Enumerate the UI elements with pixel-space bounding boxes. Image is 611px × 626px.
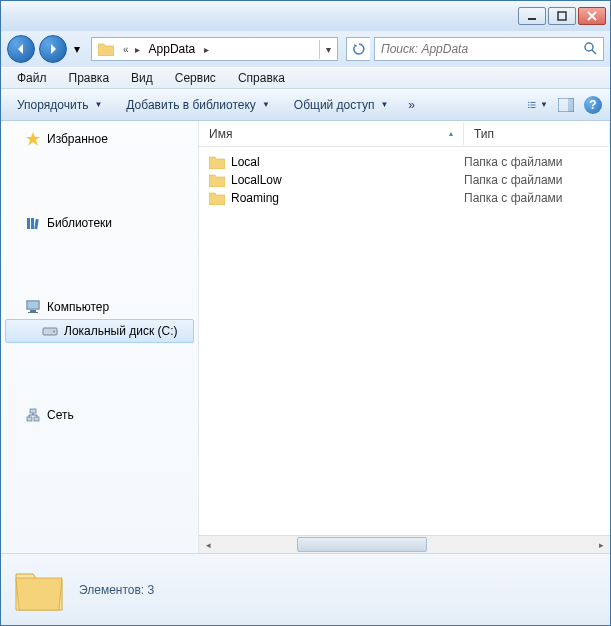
- list-item[interactable]: LocalLow Папка с файлами: [199, 171, 610, 189]
- navigation-bar: ▾ « ▸ AppData ▸ ▾: [1, 31, 610, 67]
- disk-icon: [42, 323, 58, 339]
- svg-rect-22: [30, 409, 36, 413]
- search-box[interactable]: [374, 37, 604, 61]
- horizontal-scrollbar[interactable]: ◂ ▸: [199, 535, 610, 553]
- chevron-right-icon[interactable]: ▸: [132, 44, 143, 55]
- scroll-right-button[interactable]: ▸: [592, 536, 610, 554]
- column-name[interactable]: Имя▴: [199, 123, 464, 145]
- file-name: Local: [231, 155, 260, 169]
- svg-rect-10: [568, 98, 574, 112]
- svg-point-2: [585, 43, 593, 51]
- svg-rect-13: [34, 219, 38, 229]
- svg-rect-12: [31, 218, 34, 229]
- computer-label: Компьютер: [47, 300, 109, 314]
- file-type: Папка с файлами: [464, 155, 600, 169]
- network-group[interactable]: Сеть: [1, 403, 198, 427]
- computer-group[interactable]: Компьютер: [1, 295, 198, 319]
- favorites-group[interactable]: Избранное: [1, 127, 198, 151]
- body: Избранное Библиотеки Компьютер Локальный…: [1, 121, 610, 553]
- folder-icon: [209, 191, 225, 205]
- menu-edit[interactable]: Правка: [59, 69, 120, 87]
- content-pane: Имя▴ Тип Local Папка с файлами LocalLow …: [199, 121, 610, 553]
- svg-rect-15: [28, 302, 38, 308]
- explorer-window: ▾ « ▸ AppData ▸ ▾ Файл Правка Вид Сервис…: [0, 0, 611, 626]
- search-input[interactable]: [381, 42, 583, 56]
- scroll-thumb[interactable]: [297, 537, 427, 552]
- libraries-icon: [25, 215, 41, 231]
- scroll-track[interactable]: [217, 536, 592, 553]
- network-icon: [25, 407, 41, 423]
- refresh-button[interactable]: [346, 37, 370, 61]
- minimize-button[interactable]: [518, 7, 546, 25]
- svg-point-19: [53, 331, 55, 333]
- titlebar: [1, 1, 610, 31]
- column-type[interactable]: Тип: [464, 123, 610, 145]
- preview-pane-button[interactable]: [556, 95, 576, 115]
- local-disk-label: Локальный диск (C:): [64, 324, 178, 338]
- menu-file[interactable]: Файл: [7, 69, 57, 87]
- svg-rect-3: [528, 101, 530, 102]
- folder-icon: [209, 173, 225, 187]
- menu-view[interactable]: Вид: [121, 69, 163, 87]
- menu-tools[interactable]: Сервис: [165, 69, 226, 87]
- toolbar: Упорядочить▼ Добавить в библиотеку▼ Общи…: [1, 89, 610, 121]
- list-item[interactable]: Roaming Папка с файлами: [199, 189, 610, 207]
- libraries-group[interactable]: Библиотеки: [1, 211, 198, 235]
- toolbar-overflow[interactable]: »: [404, 94, 419, 116]
- sort-indicator-icon: ▴: [449, 129, 453, 138]
- libraries-label: Библиотеки: [47, 216, 112, 230]
- network-label: Сеть: [47, 408, 74, 422]
- file-name: Roaming: [231, 191, 279, 205]
- column-headers: Имя▴ Тип: [199, 121, 610, 147]
- share-button[interactable]: Общий доступ▼: [286, 94, 397, 116]
- file-type: Папка с файлами: [464, 191, 600, 205]
- svg-rect-5: [528, 104, 530, 105]
- breadcrumb-appdata[interactable]: AppData: [143, 38, 202, 60]
- close-button[interactable]: [578, 7, 606, 25]
- svg-rect-16: [30, 310, 36, 312]
- favorites-label: Избранное: [47, 132, 108, 146]
- svg-rect-0: [528, 18, 536, 20]
- svg-rect-17: [28, 312, 38, 313]
- view-mode-button[interactable]: ▼: [528, 95, 548, 115]
- organize-button[interactable]: Упорядочить▼: [9, 94, 110, 116]
- address-dropdown[interactable]: ▾: [319, 40, 337, 59]
- star-icon: [25, 131, 41, 147]
- svg-rect-21: [34, 417, 39, 421]
- forward-button[interactable]: [39, 35, 67, 63]
- history-dropdown[interactable]: ▾: [71, 42, 83, 56]
- svg-rect-1: [558, 12, 566, 20]
- file-type: Папка с файлами: [464, 173, 600, 187]
- navigation-pane: Избранное Библиотеки Компьютер Локальный…: [1, 121, 199, 553]
- svg-rect-8: [531, 107, 536, 108]
- folder-icon: [209, 155, 225, 169]
- details-count: Элементов: 3: [79, 583, 154, 597]
- svg-rect-20: [27, 417, 32, 421]
- back-button[interactable]: [7, 35, 35, 63]
- svg-rect-4: [531, 101, 536, 102]
- menu-help[interactable]: Справка: [228, 69, 295, 87]
- file-name: LocalLow: [231, 173, 282, 187]
- details-pane: Элементов: 3: [1, 553, 610, 625]
- list-item[interactable]: Local Папка с файлами: [199, 153, 610, 171]
- address-bar[interactable]: « ▸ AppData ▸ ▾: [91, 37, 338, 61]
- search-icon[interactable]: [583, 41, 597, 58]
- help-button[interactable]: ?: [584, 96, 602, 114]
- include-library-button[interactable]: Добавить в библиотеку▼: [118, 94, 277, 116]
- folder-icon: [96, 39, 116, 59]
- file-list: Local Папка с файлами LocalLow Папка с ф…: [199, 147, 610, 535]
- svg-rect-6: [531, 104, 536, 105]
- maximize-button[interactable]: [548, 7, 576, 25]
- folder-large-icon: [13, 566, 65, 614]
- scroll-left-button[interactable]: ◂: [199, 536, 217, 554]
- chevron-right-icon[interactable]: ▸: [201, 44, 212, 55]
- local-disk-item[interactable]: Локальный диск (C:): [5, 319, 194, 343]
- computer-icon: [25, 299, 41, 315]
- svg-rect-11: [27, 218, 30, 229]
- svg-rect-7: [528, 107, 530, 108]
- menubar: Файл Правка Вид Сервис Справка: [1, 67, 610, 89]
- chevron-icon: «: [120, 44, 132, 55]
